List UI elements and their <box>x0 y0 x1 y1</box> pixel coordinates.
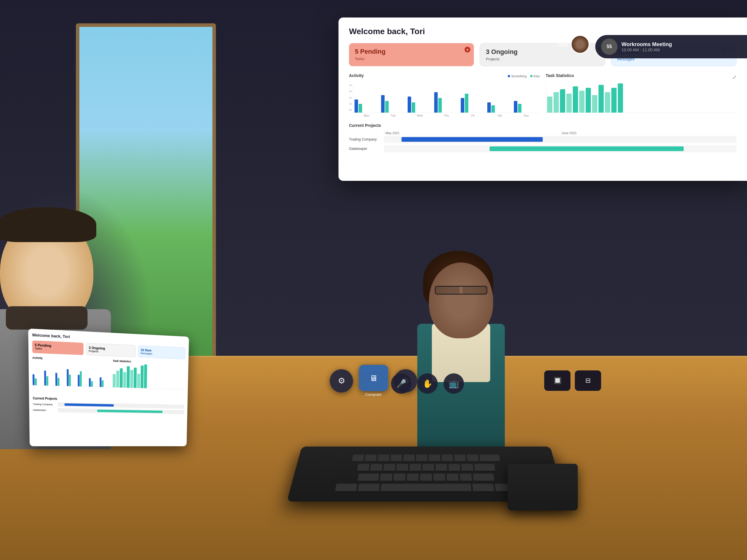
project-trading-name: Trading Company <box>349 137 384 141</box>
key-c[interactable] <box>407 474 419 482</box>
key-a[interactable] <box>357 464 369 471</box>
bar-mon-blue <box>355 100 358 113</box>
bar-sun-teal <box>518 104 521 113</box>
settings-ctrl-button[interactable]: ⚙ <box>330 369 353 393</box>
key-q[interactable] <box>352 454 364 462</box>
day-sun: Sun <box>514 114 539 117</box>
small-pending-card: 5 Pending Tasks <box>32 340 83 355</box>
legend-something: Something <box>508 74 527 78</box>
key-e[interactable] <box>378 454 390 462</box>
key-backspace[interactable] <box>480 454 500 462</box>
screen-share-button[interactable]: 📺 <box>443 373 464 394</box>
charts-row: Activity Something Else <box>349 73 737 117</box>
key-z[interactable] <box>380 474 392 482</box>
legend-something-label: Something <box>511 74 527 78</box>
key-y[interactable] <box>416 454 428 462</box>
bar-thu-teal <box>438 98 442 113</box>
key-r[interactable] <box>390 454 402 462</box>
key-f[interactable] <box>396 464 408 471</box>
small-proj-trading: Trading Company <box>33 402 184 409</box>
taskbar-10 <box>605 92 610 113</box>
bar-tue-teal <box>385 101 389 113</box>
pending-badge: ● <box>465 47 470 53</box>
bar-fri-teal <box>465 94 468 113</box>
pending-number: 5 Pending <box>355 48 468 55</box>
legend-else: Else <box>530 74 540 78</box>
computer-ctrl-item: 🖥 Computer <box>359 365 388 397</box>
hand-button[interactable]: ✋ <box>417 373 438 394</box>
key-l[interactable] <box>461 464 473 471</box>
key-i[interactable] <box>441 454 453 462</box>
key-u[interactable] <box>429 454 440 462</box>
key-s[interactable] <box>370 464 382 471</box>
task-statistics-section: Task Statistics ⤢ <box>546 73 737 117</box>
activity-chart-title: Activity <box>349 73 364 78</box>
meeting-timer: 55 <box>601 38 617 55</box>
user-info-bar: Sha <box>557 35 589 54</box>
tsbar6 <box>130 370 133 388</box>
taskbar-8 <box>592 95 597 113</box>
computer-ctrl-button[interactable]: 🖥 <box>359 365 388 391</box>
tsbar9 <box>140 366 144 388</box>
key-p[interactable] <box>467 454 479 462</box>
small-ongoing-card: 3 Ongoing Projects <box>86 343 136 357</box>
day-fri: Fri <box>460 114 485 117</box>
key-n[interactable] <box>446 474 459 482</box>
mic-button[interactable]: 🎤 <box>391 373 411 394</box>
sb6 <box>89 378 99 387</box>
sb5-b <box>78 375 80 386</box>
key-b[interactable] <box>433 474 445 482</box>
trackpad[interactable] <box>508 464 578 510</box>
key-d[interactable] <box>383 464 395 471</box>
task-statistics-title: Task Statistics <box>546 73 574 78</box>
key-j[interactable] <box>435 464 447 471</box>
bar-thu-blue <box>434 92 438 113</box>
settings-ctrl-item: ⚙ <box>330 369 353 393</box>
key-x[interactable] <box>393 474 406 482</box>
tsbar10 <box>144 364 147 388</box>
key-shift-right[interactable] <box>473 474 494 482</box>
small-screen-content: Welcome back, Tori 5 Pending Tasks 3 Ong… <box>28 328 189 418</box>
day-tue: Tue <box>381 114 406 117</box>
key-alt[interactable] <box>358 484 380 492</box>
key-space[interactable] <box>381 484 471 492</box>
key-g[interactable] <box>409 464 421 471</box>
key-h[interactable] <box>422 464 434 471</box>
task-stats-expand-icon[interactable]: ⤢ <box>732 74 737 80</box>
key-shift-left[interactable] <box>358 474 379 482</box>
project-row-gatekeeper: Gatekeeper <box>349 145 737 152</box>
activity-chart-with-axis: 4k 3k 2k 1k 0k <box>349 84 540 117</box>
bar-mon <box>355 100 379 113</box>
small-proj-gatekeeper: Gatekeeper <box>33 408 184 414</box>
bar-fri <box>461 94 486 113</box>
pending-tasks-card[interactable]: 5 Pending Tasks ● <box>349 43 474 66</box>
extra-controllers: 🔲 ⊟ <box>544 370 601 391</box>
extra-ctrl-1[interactable]: 🔲 <box>544 370 570 391</box>
key-t[interactable] <box>403 454 415 462</box>
key-m[interactable] <box>460 474 472 482</box>
bar-wed <box>408 97 433 113</box>
taskbar-2 <box>553 92 559 113</box>
bar-sun-blue <box>514 101 517 113</box>
meeting-info: Workrooms Meeting 10.00 AM - 11.00 AM <box>621 42 741 52</box>
key-k[interactable] <box>448 464 460 471</box>
tsbar8 <box>137 374 140 388</box>
key-enter[interactable] <box>474 464 495 471</box>
sb5-t <box>80 371 82 386</box>
activity-legend: Something Else <box>508 74 540 78</box>
key-o[interactable] <box>454 454 466 462</box>
extra-ctrl-2[interactable]: ⊟ <box>575 370 601 391</box>
y-axis-labels: 4k 3k 2k 1k 0k <box>349 84 352 117</box>
sb3-t <box>57 378 59 386</box>
key-v[interactable] <box>420 474 432 482</box>
key-w[interactable] <box>365 454 377 462</box>
sb4 <box>67 369 77 386</box>
small-proj-trading-fill <box>65 403 114 407</box>
small-charts-row: Activity <box>32 356 185 397</box>
key-alt-right[interactable] <box>472 484 494 492</box>
key-ctrl[interactable] <box>335 484 357 492</box>
tsbar5 <box>127 366 130 388</box>
ongoing-label: Projects <box>486 57 599 61</box>
taskbar-4 <box>566 94 572 113</box>
small-proj-gatekeeper-name: Gatekeeper <box>33 408 58 411</box>
